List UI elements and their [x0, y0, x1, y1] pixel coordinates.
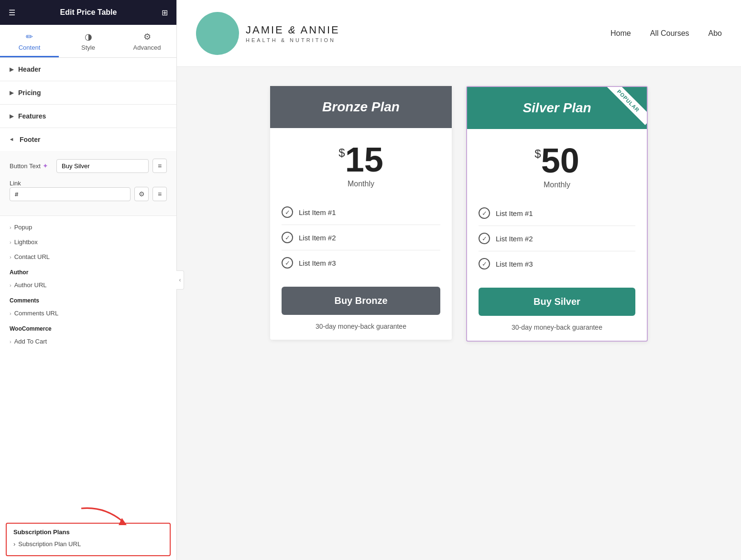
- silver-check-icon-3: ✓: [479, 258, 490, 269]
- silver-price-period: Monthly: [479, 181, 635, 189]
- tab-advanced[interactable]: ⚙ Advanced: [118, 25, 176, 57]
- silver-check-icon-2: ✓: [479, 233, 490, 244]
- silver-price-row: $ 50: [479, 143, 635, 178]
- tab-style[interactable]: ◑ Style: [59, 25, 118, 57]
- silver-cta-button[interactable]: Buy Silver: [479, 288, 635, 316]
- silver-features-list: ✓ List Item #1 ✓ List Item #2 ✓ List Ite…: [479, 201, 635, 276]
- bronze-feature-3: ✓ List Item #3: [282, 250, 440, 275]
- bronze-guarantee: 30-day money-back guarantee: [282, 323, 440, 330]
- bronze-cta-button[interactable]: Buy Bronze: [282, 287, 440, 315]
- bronze-price-period: Monthly: [282, 180, 440, 188]
- accordion-header: ▶ Header: [0, 58, 176, 81]
- accordion-features: ▶ Features: [0, 105, 176, 128]
- popular-badge-label: POPULAR: [604, 87, 647, 125]
- bronze-feature-1: ✓ List Item #1: [282, 200, 440, 225]
- list-icon-btn[interactable]: ≡: [153, 159, 167, 173]
- button-text-row: Button Text ✦ ≡: [10, 159, 167, 173]
- silver-feature-1: ✓ List Item #1: [479, 201, 635, 226]
- check-icon-2: ✓: [282, 232, 293, 243]
- accordion-pricing-toggle[interactable]: ▶ Pricing: [0, 81, 176, 104]
- logo-brand: JAMIE & ANNIE: [246, 24, 340, 36]
- collapse-panel-handle[interactable]: ‹: [176, 270, 184, 290]
- pencil-icon: ✏: [26, 32, 33, 42]
- silver-guarantee: 30-day money-back guarantee: [479, 323, 635, 331]
- accordion-pricing: ▶ Pricing: [0, 81, 176, 105]
- accordion-footer: ▼ Footer Button Text ✦ ≡ Link ⚙ ≡: [0, 128, 176, 216]
- arrow-icon-popup: ›: [10, 225, 11, 230]
- subscription-plans-box: Subscription Plans › Subscription Plan U…: [6, 523, 171, 556]
- subscription-plan-url-label: Subscription Plan URL: [18, 540, 81, 548]
- accordion-features-label: Features: [18, 112, 46, 120]
- grid-icon[interactable]: ⊞: [162, 8, 168, 17]
- accordion-header-toggle[interactable]: ▶ Header: [0, 58, 176, 81]
- bronze-currency: $: [338, 146, 345, 160]
- dropdown-item-add-to-cart[interactable]: › Add To Cart: [0, 334, 176, 349]
- silver-feature-3: ✓ List Item #3: [479, 251, 635, 276]
- subscription-plans-title: Subscription Plans: [13, 528, 163, 536]
- bronze-price-amount: 15: [345, 142, 383, 177]
- chevron-right-icon: ▶: [10, 66, 13, 73]
- subscription-plan-url-item[interactable]: › Subscription Plan URL: [13, 538, 163, 550]
- hamburger-icon[interactable]: ☰: [9, 8, 15, 17]
- silver-feature-2: ✓ List Item #2: [479, 226, 635, 251]
- arrow-icon-subscription: ›: [13, 540, 15, 548]
- logo-text-block: JAMIE & ANNIE HEALTH & NUTRITION: [246, 24, 340, 43]
- logo-ampersand: &: [288, 24, 297, 36]
- list-icon-btn-2[interactable]: ≡: [153, 187, 167, 201]
- dropdown-item-contact-url[interactable]: › Contact URL: [0, 249, 176, 264]
- dropdown-item-comments-url[interactable]: › Comments URL: [0, 306, 176, 321]
- arrow-icon-comments: ›: [10, 311, 11, 316]
- tab-bar: ✏ Content ◑ Style ⚙ Advanced: [0, 25, 176, 58]
- chevron-right-icon-features: ▶: [10, 113, 13, 119]
- button-text-label: Button Text ✦: [10, 162, 53, 170]
- silver-feature-3-label: List Item #3: [496, 260, 533, 268]
- silver-card-body: $ 50 Monthly ✓ List Item #1 ✓ List Item …: [467, 129, 647, 341]
- bronze-price-row: $ 15: [282, 142, 440, 177]
- site-header: JAMIE & ANNIE HEALTH & NUTRITION Home Al…: [177, 0, 741, 67]
- section-heading-comments: Comments: [0, 292, 176, 306]
- bronze-card-body: $ 15 Monthly ✓ List Item #1 ✓ List Item …: [270, 128, 452, 340]
- check-icon-3: ✓: [282, 257, 293, 269]
- pricing-area: Bronze Plan $ 15 Monthly ✓ List Item #1 …: [177, 67, 741, 560]
- right-panel: JAMIE & ANNIE HEALTH & NUTRITION Home Al…: [177, 0, 741, 560]
- accordion-pricing-label: Pricing: [18, 89, 41, 97]
- silver-price-card: Silver Plan POPULAR $ 50 Monthly ✓ List …: [466, 86, 648, 342]
- left-panel: ☰ Edit Price Table ⊞ ✏ Content ◑ Style ⚙…: [0, 0, 177, 560]
- link-row: Link: [10, 180, 167, 187]
- accordion-header-label: Header: [18, 65, 41, 73]
- dropdown-item-add-to-cart-label: Add To Cart: [14, 338, 47, 345]
- settings-icon-btn[interactable]: ⚙: [134, 187, 149, 201]
- dropdown-item-lightbox-label: Lightbox: [14, 238, 38, 246]
- tab-content-label: Content: [19, 44, 41, 51]
- bronze-card-title: Bronze Plan: [280, 99, 442, 115]
- accordion-footer-label: Footer: [20, 136, 41, 143]
- top-bar: ☰ Edit Price Table ⊞: [0, 0, 176, 25]
- arrow-icon-author: ›: [10, 282, 11, 288]
- link-input-row: ⚙ ≡: [10, 187, 167, 201]
- silver-currency: $: [534, 147, 541, 161]
- accordion-features-toggle[interactable]: ▶ Features: [0, 105, 176, 128]
- bronze-price-card: Bronze Plan $ 15 Monthly ✓ List Item #1 …: [270, 86, 452, 340]
- nav-home[interactable]: Home: [610, 29, 631, 38]
- link-input[interactable]: [10, 187, 131, 201]
- logo-area: JAMIE & ANNIE HEALTH & NUTRITION: [196, 12, 340, 55]
- chevron-down-icon-footer: ▼: [9, 137, 15, 142]
- magic-wand-icon: ✦: [43, 162, 48, 170]
- dropdown-item-lightbox[interactable]: › Lightbox: [0, 235, 176, 249]
- check-icon-1: ✓: [282, 206, 293, 218]
- button-text-input[interactable]: [56, 159, 149, 173]
- arrow-icon-woo: ›: [10, 339, 11, 345]
- footer-content: Button Text ✦ ≡ Link ⚙ ≡: [0, 151, 176, 215]
- nav-all-courses[interactable]: All Courses: [650, 29, 689, 38]
- accordion-footer-toggle[interactable]: ▼ Footer: [0, 128, 176, 151]
- dropdown-item-author-url[interactable]: › Author URL: [0, 278, 176, 292]
- section-heading-author: Author: [0, 264, 176, 278]
- top-bar-title: Edit Price Table: [60, 8, 117, 17]
- tab-content[interactable]: ✏ Content: [0, 25, 59, 57]
- dropdown-item-popup[interactable]: › Popup: [0, 220, 176, 235]
- silver-check-icon-1: ✓: [479, 207, 490, 219]
- bronze-feature-1-label: List Item #1: [299, 208, 336, 216]
- nav-abo[interactable]: Abo: [708, 29, 722, 38]
- popular-badge: POPULAR: [604, 87, 647, 130]
- site-nav: Home All Courses Abo: [610, 29, 722, 38]
